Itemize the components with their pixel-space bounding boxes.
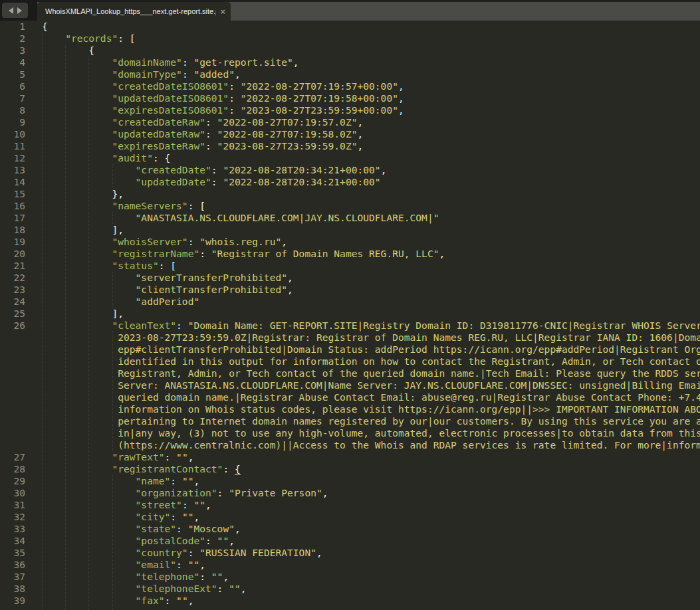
code-content: 1{2 "records": [3 {4 "domainName": "get-… xyxy=(0,21,700,607)
line-number xyxy=(0,427,25,439)
line-number: 31 xyxy=(0,499,25,511)
line-number: 30 xyxy=(0,487,25,499)
tab-title: WhoisXMLAPI_Lookup_https___next.get-repo… xyxy=(45,7,216,15)
line-number xyxy=(0,344,25,356)
tab-active[interactable]: WhoisXMLAPI_Lookup_https___next.get-repo… xyxy=(37,2,231,21)
line-number: 26 xyxy=(0,320,25,332)
code-line: 2 "records": [ xyxy=(0,33,700,45)
line-number: 28 xyxy=(0,463,25,475)
tab-scroll-area xyxy=(0,0,37,21)
code-line: 1{ xyxy=(0,21,700,33)
code-line: 31 "street": "", xyxy=(0,499,700,511)
code-line: 14 "updatedDate": "2022-08-28T20:34:21+0… xyxy=(0,176,700,188)
code-line: pertaining to Internet domain names regi… xyxy=(0,415,700,427)
code-editor[interactable]: 1{2 "records": [3 {4 "domainName": "get-… xyxy=(0,21,700,610)
code-line: 38 "telephoneExt": "", xyxy=(0,583,700,595)
line-number: 15 xyxy=(0,188,25,200)
line-number: 7 xyxy=(0,92,25,104)
line-number: 39 xyxy=(0,595,25,607)
code-line: 22 "serverTransferProhibited", xyxy=(0,272,700,284)
code-line: information on Whois status codes, pleas… xyxy=(0,403,700,415)
line-number xyxy=(0,379,25,391)
line-number: 2 xyxy=(0,33,25,45)
line-number: 4 xyxy=(0,56,25,68)
line-number: 5 xyxy=(0,68,25,80)
code-line: 2023-08-27T23:59:59.0Z|Registrar: Regist… xyxy=(0,332,700,344)
code-line: 34 "postalCode": "", xyxy=(0,535,700,547)
line-number: 11 xyxy=(0,140,25,152)
code-line: 25 ], xyxy=(0,308,700,320)
code-line: 33 "state": "Moscow", xyxy=(0,523,700,535)
line-number: 16 xyxy=(0,200,25,212)
line-number: 22 xyxy=(0,272,25,284)
code-line: 6 "createdDateISO8601": "2022-08-27T07:1… xyxy=(0,80,700,92)
line-number xyxy=(0,332,25,344)
line-number xyxy=(0,415,25,427)
line-number xyxy=(0,439,25,451)
scroll-tabs-left-icon[interactable] xyxy=(9,7,13,14)
code-line: queried domain name.|Registrar Abuse Con… xyxy=(0,391,700,403)
code-line: 3 { xyxy=(0,45,700,56)
line-number: 37 xyxy=(0,571,25,583)
code-line: 5 "domainType": "added", xyxy=(0,68,700,80)
code-line: 7 "updatedDateISO8601": "2022-08-27T07:1… xyxy=(0,92,700,104)
code-line: 39 "fax": "", xyxy=(0,595,700,607)
code-line: 13 "createdDate": "2022-08-28T20:34:21+0… xyxy=(0,164,700,176)
tab-scroll-buttons[interactable] xyxy=(2,3,28,18)
line-number: 19 xyxy=(0,236,25,248)
line-number: 24 xyxy=(0,296,25,308)
code-line: 36 "email": "", xyxy=(0,559,700,571)
line-number: 25 xyxy=(0,308,25,320)
code-line: 30 "organization": "Private Person", xyxy=(0,487,700,499)
line-number: 33 xyxy=(0,523,25,535)
line-number xyxy=(0,356,25,367)
code-line: 4 "domainName": "get-report.site", xyxy=(0,56,700,68)
code-line: 24 "addPeriod" xyxy=(0,296,700,308)
scroll-tabs-right-icon[interactable] xyxy=(17,7,22,14)
code-line: 29 "name": "", xyxy=(0,475,700,487)
code-line: 26 "cleanText": "Domain Name: GET-REPORT… xyxy=(0,320,700,332)
line-number: 23 xyxy=(0,284,25,296)
code-line: 28 "registrantContact": { xyxy=(0,463,700,475)
code-line: Registrant, Admin, or Tech contact of th… xyxy=(0,367,700,379)
code-line: 10 "updatedDateRaw": "2022-08-27T07:19:5… xyxy=(0,128,700,140)
line-number: 29 xyxy=(0,475,25,487)
line-number: 32 xyxy=(0,511,25,523)
line-number: 17 xyxy=(0,212,25,224)
code-line: Server: ANASTASIA.NS.CLOUDFLARE.COM|Name… xyxy=(0,379,700,391)
line-number: 9 xyxy=(0,116,25,128)
code-line: 23 "clientTransferProhibited", xyxy=(0,284,700,296)
line-number: 36 xyxy=(0,559,25,571)
code-line: 15 }, xyxy=(0,188,700,200)
code-line: epp#clientTransferProhibited|Domain Stat… xyxy=(0,344,700,356)
line-number: 27 xyxy=(0,451,25,463)
code-line: identified in this output for informatio… xyxy=(0,356,700,367)
line-number: 18 xyxy=(0,224,25,236)
line-number: 6 xyxy=(0,80,25,92)
code-line: 37 "telephone": "", xyxy=(0,571,700,583)
line-number xyxy=(0,391,25,403)
code-line: 18 ], xyxy=(0,224,700,236)
code-line: 21 "status": [ xyxy=(0,260,700,272)
code-line: 12 "audit": { xyxy=(0,152,700,164)
line-number: 38 xyxy=(0,583,25,595)
close-icon[interactable]: × xyxy=(220,7,225,16)
code-line: 8 "expiresDateISO8601": "2023-08-27T23:5… xyxy=(0,104,700,116)
code-line: 9 "createdDateRaw": "2022-08-27T07:19:57… xyxy=(0,116,700,128)
code-line: 20 "registrarName": "Registrar of Domain… xyxy=(0,248,700,260)
line-number: 21 xyxy=(0,260,25,272)
code-line: 35 "country": "RUSSIAN FEDERATION", xyxy=(0,547,700,559)
line-number xyxy=(0,367,25,379)
code-line: 32 "city": "", xyxy=(0,511,700,523)
code-line: 19 "whoisServer": "whois.reg.ru", xyxy=(0,236,700,248)
code-line: in|any way, (3) not to use any high-volu… xyxy=(0,427,700,439)
line-number: 13 xyxy=(0,164,25,176)
line-number: 35 xyxy=(0,547,25,559)
code-line: 16 "nameServers": [ xyxy=(0,200,700,212)
code-line: 11 "expiresDateRaw": "2023-08-27T23:59:5… xyxy=(0,140,700,152)
line-number: 34 xyxy=(0,535,25,547)
code-line: (https://www.centralnic.com)||Access to … xyxy=(0,439,700,451)
line-number: 20 xyxy=(0,248,25,260)
line-number: 12 xyxy=(0,152,25,164)
code-line: 17 "ANASTASIA.NS.CLOUDFLARE.COM|JAY.NS.C… xyxy=(0,212,700,224)
